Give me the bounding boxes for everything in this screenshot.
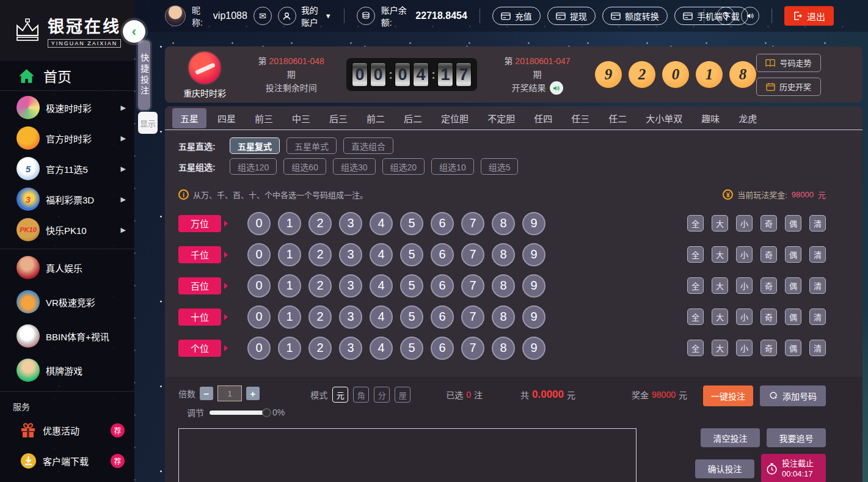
clear-bets-button[interactable]: 清空投注 — [701, 428, 760, 447]
number-ball-qian-7[interactable]: 7 — [461, 243, 484, 266]
zuxuan-20-button[interactable]: 组选20 — [382, 158, 425, 175]
even-button-wan[interactable]: 偶 — [785, 215, 801, 232]
multiple-plus-button[interactable]: + — [246, 387, 260, 400]
number-ball-wan-9[interactable]: 9 — [522, 212, 545, 235]
number-ball-ge-1[interactable]: 1 — [278, 337, 301, 360]
mode-li-button[interactable]: 厘 — [395, 387, 410, 403]
number-ball-qian-2[interactable]: 2 — [308, 243, 332, 266]
big-button-qian[interactable]: 大 — [712, 246, 728, 263]
number-ball-wan-7[interactable]: 7 — [461, 212, 484, 235]
odd-button-bai[interactable]: 奇 — [760, 277, 777, 294]
tab-housan[interactable]: 后三 — [321, 108, 356, 128]
sound-icon[interactable] — [741, 7, 759, 25]
zuxuan-120-button[interactable]: 组选120 — [230, 158, 277, 175]
sidebar-item-official-11x5[interactable]: 5官方11选5▶ — [0, 153, 134, 184]
big-button-ge[interactable]: 大 — [712, 340, 728, 356]
sidebar-item-help-center[interactable]: 帮助中心 — [0, 476, 134, 482]
big-button-bai[interactable]: 大 — [712, 277, 728, 294]
number-ball-ge-3[interactable]: 3 — [339, 337, 362, 360]
number-ball-wan-1[interactable]: 1 — [278, 212, 301, 235]
number-ball-qian-8[interactable]: 8 — [492, 243, 515, 266]
number-ball-shi-5[interactable]: 5 — [400, 305, 423, 329]
tab-daxiaodanshuang[interactable]: 大小单双 — [638, 108, 690, 128]
number-ball-ge-8[interactable]: 8 — [492, 337, 515, 360]
tab-qianer[interactable]: 前二 — [359, 108, 393, 128]
zuxuan-10-button[interactable]: 组选10 — [431, 158, 474, 175]
odd-button-qian[interactable]: 奇 — [760, 246, 777, 263]
wan-position-label[interactable]: 万位 — [178, 215, 221, 232]
odd-button-ge[interactable]: 奇 — [760, 340, 777, 356]
number-ball-ge-0[interactable]: 0 — [247, 337, 271, 360]
tab-rensan[interactable]: 任三 — [563, 108, 597, 128]
recharge-button[interactable]: 充值 — [492, 7, 541, 25]
number-ball-shi-8[interactable]: 8 — [492, 305, 515, 329]
tab-longhu[interactable]: 龙虎 — [731, 108, 765, 128]
number-ball-shi-4[interactable]: 4 — [370, 305, 393, 329]
tab-quwei[interactable]: 趣味 — [693, 108, 728, 128]
number-ball-wan-6[interactable]: 6 — [431, 212, 454, 235]
withdraw-button[interactable]: 提现 — [547, 7, 596, 25]
result-sound-icon[interactable] — [550, 81, 563, 95]
number-ball-wan-2[interactable]: 2 — [308, 212, 332, 235]
mode-yuan-button[interactable]: 元 — [332, 387, 348, 403]
all-button-ge[interactable]: 全 — [687, 340, 704, 356]
sidebar-item-bbin-sports[interactable]: BBIN体育+视讯 — [0, 319, 134, 353]
avatar[interactable] — [165, 5, 186, 26]
tab-wuxing[interactable]: 五星 — [172, 108, 206, 128]
tab-budingdan[interactable]: 不定胆 — [480, 108, 523, 128]
bet-list-box[interactable] — [178, 428, 636, 482]
quick-bet-button[interactable]: 一键投注 — [703, 385, 753, 406]
number-ball-qian-1[interactable]: 1 — [278, 243, 301, 266]
number-ball-bai-2[interactable]: 2 — [308, 274, 332, 298]
all-button-wan[interactable]: 全 — [687, 215, 704, 232]
number-ball-ge-5[interactable]: 5 — [400, 337, 423, 360]
number-ball-qian-4[interactable]: 4 — [370, 243, 393, 266]
all-button-shi[interactable]: 全 — [687, 309, 704, 325]
wuxing-fushi-button[interactable]: 五星复式 — [230, 137, 280, 154]
small-button-qian[interactable]: 小 — [736, 246, 753, 263]
big-button-wan[interactable]: 大 — [712, 215, 728, 232]
shi-position-label[interactable]: 十位 — [178, 309, 221, 326]
number-ball-ge-2[interactable]: 2 — [308, 337, 332, 360]
number-ball-wan-8[interactable]: 8 — [492, 212, 515, 235]
quota-transfer-button[interactable]: 额度转换 — [602, 7, 668, 25]
all-button-bai[interactable]: 全 — [687, 277, 704, 294]
all-button-qian[interactable]: 全 — [687, 246, 704, 263]
small-button-wan[interactable]: 小 — [736, 215, 753, 232]
zuxuan-5-button[interactable]: 组选5 — [481, 158, 519, 175]
number-ball-ge-6[interactable]: 6 — [431, 337, 454, 360]
mobile-download-button[interactable]: 手机端下载 — [674, 7, 748, 25]
sidebar-collapse-button[interactable]: ‹ — [123, 20, 145, 43]
sidebar-item-board-games[interactable]: 棋牌游戏 — [0, 353, 134, 387]
logout-button[interactable]: 退出 — [784, 6, 834, 26]
bai-position-label[interactable]: 百位 — [178, 277, 221, 294]
number-ball-qian-9[interactable]: 9 — [522, 243, 545, 266]
sidebar-item-happy-pk10[interactable]: PK10快乐PK10▶ — [0, 214, 134, 245]
tab-sixing[interactable]: 四星 — [210, 108, 244, 128]
zhixuan-zuhe-button[interactable]: 直选组合 — [343, 137, 393, 154]
clear-button-wan[interactable]: 清 — [809, 215, 826, 232]
number-ball-qian-6[interactable]: 6 — [431, 243, 454, 266]
number-ball-shi-0[interactable]: 0 — [247, 305, 271, 329]
number-ball-shi-7[interactable]: 7 — [461, 305, 484, 329]
small-button-ge[interactable]: 小 — [736, 340, 753, 356]
number-ball-shi-2[interactable]: 2 — [308, 305, 332, 329]
tab-houer[interactable]: 后二 — [396, 108, 430, 128]
big-button-shi[interactable]: 大 — [712, 309, 728, 325]
history-draws-button[interactable]: 历史开奖 — [756, 78, 821, 96]
number-ball-shi-9[interactable]: 9 — [522, 305, 545, 329]
clear-button-shi[interactable]: 清 — [809, 309, 826, 325]
sidebar-item-client-download[interactable]: 客户端下载荐 — [0, 445, 134, 476]
even-button-ge[interactable]: 偶 — [785, 340, 801, 356]
mail-icon[interactable]: ✉ — [253, 7, 272, 25]
small-button-shi[interactable]: 小 — [736, 309, 753, 325]
number-ball-bai-7[interactable]: 7 — [461, 274, 484, 298]
add-number-button[interactable]: 添加号码 — [760, 385, 826, 406]
qian-position-label[interactable]: 千位 — [178, 246, 221, 263]
sidebar-item-home[interactable]: 首页 — [0, 61, 134, 91]
even-button-shi[interactable]: 偶 — [785, 309, 801, 325]
number-ball-bai-5[interactable]: 5 — [400, 274, 423, 298]
number-ball-wan-3[interactable]: 3 — [339, 212, 362, 235]
zuxuan-60-button[interactable]: 组选60 — [283, 158, 326, 175]
tab-raner[interactable]: 任二 — [600, 108, 635, 128]
